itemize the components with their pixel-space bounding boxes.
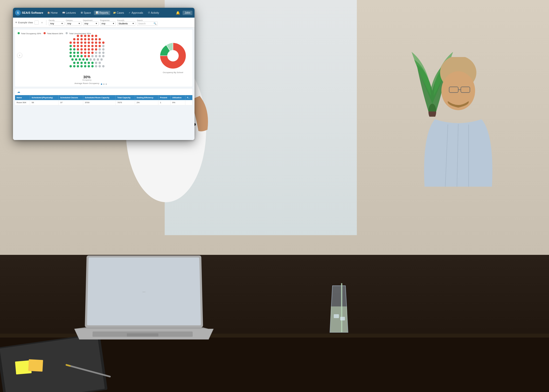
- dot: [82, 58, 85, 61]
- dot: [77, 41, 79, 44]
- focus-select[interactable]: Students ▼: [117, 22, 135, 26]
- col-scheduled-physically: Scheduled (Physically): [30, 95, 59, 100]
- by-school-label: Occupancy By School: [163, 71, 183, 74]
- faculty-value: Any: [50, 22, 54, 25]
- dot: [73, 48, 75, 51]
- dot: [77, 45, 79, 47]
- programme-chevron: ▼: [113, 23, 114, 24]
- nav-approvals[interactable]: ✓ Approvals: [127, 11, 145, 15]
- nav-lectures[interactable]: 📖 Lectures: [60, 11, 78, 15]
- dot: [91, 45, 94, 47]
- dot: [70, 55, 72, 57]
- dot: [80, 55, 83, 57]
- dot-row-4: [58, 45, 115, 47]
- department-value: Any: [84, 22, 88, 25]
- dot: [95, 48, 97, 51]
- svg-rect-45: [28, 359, 43, 372]
- search-icon: 🔍: [154, 22, 156, 25]
- table-row: Room 504 56 37 3700 7675 2% 1 9%: [15, 100, 192, 105]
- man-figure: [409, 57, 508, 251]
- notification-bell[interactable]: 🔔: [174, 10, 182, 16]
- focus-value: Students: [119, 22, 128, 25]
- dot: [88, 62, 90, 64]
- dot: [73, 38, 75, 40]
- dot: [77, 38, 79, 40]
- col-extra: F...: [185, 95, 192, 100]
- svg-rect-54: [334, 314, 339, 318]
- dot-chart-wrapper: 30% Occupancy Average Room Occupancy: [18, 35, 156, 85]
- svg-rect-53: [341, 283, 342, 332]
- dot: [88, 41, 90, 44]
- dot: [91, 55, 94, 57]
- dot: [70, 45, 72, 47]
- department-select[interactable]: Any ▼: [83, 22, 99, 26]
- cloud-icon[interactable]: ☁: [17, 90, 20, 94]
- table-toolbar: ☁: [15, 89, 192, 95]
- focus-filter: Focus(it) Students ▼: [117, 19, 135, 26]
- dot: [99, 38, 101, 40]
- programme-value: Any: [101, 22, 106, 25]
- eye-icon: 👁: [15, 21, 17, 24]
- faculty-select[interactable]: Any ▼: [49, 22, 64, 26]
- dot: [88, 35, 90, 37]
- close-view-button[interactable]: ×: [40, 21, 44, 24]
- dot-row-3: [58, 41, 115, 44]
- focus-chevron: ▼: [132, 23, 134, 24]
- logo-icon: S: [15, 10, 21, 16]
- dot: [88, 65, 90, 67]
- search-input-wrapper[interactable]: Search 🔍: [137, 22, 158, 26]
- dot: [99, 41, 101, 44]
- campus-label: Campus: [66, 19, 81, 21]
- prev-arrow[interactable]: ‹: [17, 53, 22, 58]
- dot: [102, 55, 105, 57]
- dot: [80, 62, 83, 64]
- dot: [80, 35, 83, 37]
- dot: [77, 35, 79, 37]
- view-selector[interactable]: 👁 Example View: [15, 21, 33, 24]
- dot: [77, 55, 79, 57]
- department-chevron: ▼: [95, 23, 97, 24]
- save-view-button[interactable]: [34, 20, 39, 25]
- legend-absent: Total Absent 38%: [44, 32, 63, 35]
- table-header-row: Name Scheduled (Physically) Scheduled Cl…: [15, 95, 192, 100]
- dot: [93, 58, 95, 61]
- search-value: Search: [138, 22, 146, 25]
- nav-activity[interactable]: ⏱ Activity: [146, 11, 161, 15]
- dot: [99, 62, 101, 64]
- dot: [97, 58, 99, 61]
- dot: [84, 41, 86, 44]
- svg-rect-55: [340, 317, 345, 320]
- programme-filter: Programme Any ▼: [100, 19, 116, 26]
- dot: [91, 48, 94, 51]
- col-name: Name: [15, 95, 30, 100]
- department-label: Department: [83, 19, 99, 21]
- legend-occupancy: Total Occupancy 30%: [18, 32, 41, 35]
- dot: [102, 45, 105, 47]
- space-icon: 🏛: [81, 11, 83, 14]
- dot: [102, 65, 105, 67]
- nav-space[interactable]: 🏛 Space: [79, 11, 93, 15]
- pie-chart-wrapper: Occupancy By School: [156, 41, 190, 78]
- cases-icon: 📁: [113, 11, 116, 14]
- lectures-icon: 📖: [62, 11, 65, 14]
- nav-reports[interactable]: 📊 Reports: [94, 11, 110, 15]
- nav-cases[interactable]: 📁 Cases: [111, 11, 126, 15]
- dot: [95, 38, 97, 40]
- dot: [77, 52, 79, 54]
- dot: [99, 65, 101, 67]
- dot: [84, 55, 86, 57]
- app-logo[interactable]: S SEAiS Software: [15, 10, 43, 16]
- campus-select[interactable]: Any ▼: [66, 22, 81, 26]
- dot: [77, 62, 79, 64]
- laptop: ...: [71, 253, 217, 341]
- dot: [79, 58, 81, 61]
- programme-select[interactable]: Any ▼: [100, 22, 116, 26]
- avg-room-label: Average Room Occupancy: [18, 82, 156, 85]
- campus-chevron: ▼: [78, 23, 80, 24]
- col-utilization: Utilization: [171, 95, 185, 100]
- filter-divider-1: [46, 20, 46, 25]
- nav-home[interactable]: 🏠 Home: [45, 11, 60, 15]
- user-menu[interactable]: John: [183, 11, 192, 15]
- home-icon: 🏠: [47, 11, 50, 14]
- dot: [80, 65, 83, 67]
